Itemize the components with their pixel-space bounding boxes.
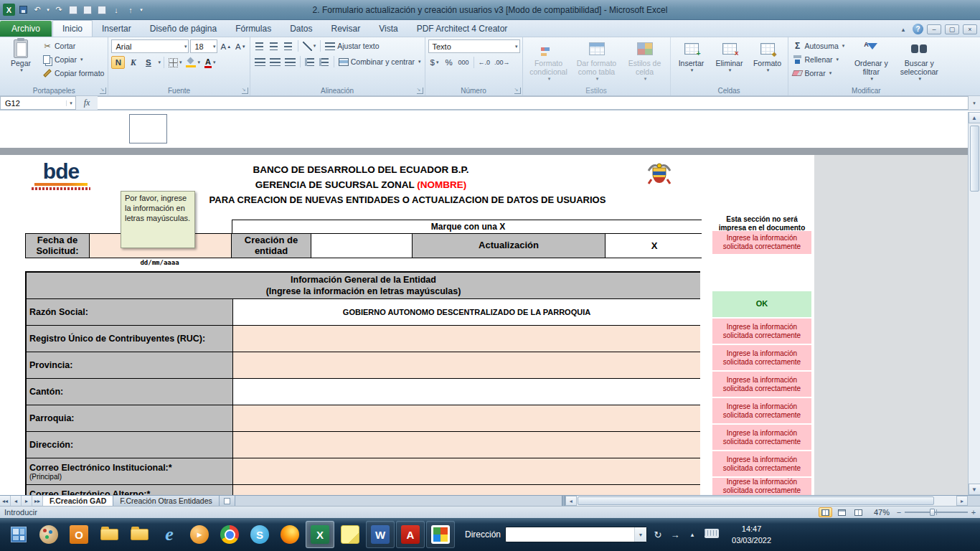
correo-alterno-input[interactable] bbox=[233, 485, 700, 495]
increase-indent-button[interactable] bbox=[318, 55, 331, 68]
view-page-break-button[interactable] bbox=[852, 507, 865, 517]
qat-customize-icon[interactable]: ▾ bbox=[138, 4, 144, 17]
wrap-text-button[interactable]: Ajustar texto bbox=[324, 39, 380, 52]
help-icon[interactable]: ? bbox=[913, 24, 923, 34]
currency-format-button[interactable]: $▾ bbox=[428, 56, 441, 69]
view-normal-button[interactable] bbox=[819, 507, 832, 517]
find-select-button[interactable]: Buscar y seleccionar ▾ bbox=[896, 39, 942, 85]
previous-sheet-button[interactable]: ◂ bbox=[11, 496, 22, 506]
autosum-button[interactable]: ΣAutosuma▾ bbox=[791, 39, 847, 52]
tab-diseno-de-pagina[interactable]: Diseño de página bbox=[141, 21, 226, 37]
actualizacion-input[interactable]: X bbox=[606, 234, 702, 258]
align-middle-button[interactable] bbox=[268, 39, 281, 52]
correo-institucional-input[interactable] bbox=[233, 458, 700, 484]
horizontal-scroll-thumb[interactable] bbox=[578, 496, 934, 505]
decrease-font-size-button[interactable]: A▼ bbox=[234, 40, 248, 53]
dialog-launcher-icon[interactable]: ↘ bbox=[100, 88, 106, 94]
internet-explorer-icon[interactable] bbox=[155, 521, 184, 548]
canton-input[interactable] bbox=[233, 379, 700, 405]
new-file-icon[interactable] bbox=[67, 4, 80, 17]
fill-button[interactable]: Rellenar▾ bbox=[791, 53, 847, 66]
cut-button[interactable]: ✂Cortar bbox=[41, 39, 105, 52]
tab-formulas[interactable]: Fórmulas bbox=[226, 21, 281, 37]
increase-font-size-button[interactable]: A▲ bbox=[219, 40, 232, 53]
insert-worksheet-button[interactable] bbox=[220, 496, 235, 506]
sheet-top-pane[interactable] bbox=[0, 110, 980, 148]
vertical-scroll-thumb[interactable] bbox=[970, 126, 979, 192]
zoom-in-icon[interactable]: + bbox=[970, 508, 977, 517]
increase-decimal-button[interactable]: ←.0 bbox=[477, 56, 492, 69]
tab-insertar[interactable]: Insertar bbox=[93, 21, 141, 37]
cell-styles-button[interactable]: Estilos de celda ▾ bbox=[622, 39, 668, 85]
last-sheet-button[interactable]: ▸▸ bbox=[32, 496, 43, 506]
show-hidden-icons-chevron[interactable]: ▴ bbox=[686, 531, 699, 538]
dialog-launcher-icon[interactable]: ↘ bbox=[514, 88, 521, 94]
percent-format-button[interactable]: % bbox=[443, 56, 456, 69]
sheet-tab-creacion-otras[interactable]: F.Creación Otras Entidades bbox=[113, 496, 219, 506]
media-player-icon[interactable] bbox=[185, 521, 214, 548]
format-as-table-button[interactable]: Dar formato como tabla ▾ bbox=[574, 39, 620, 85]
dialog-launcher-icon[interactable]: ↘ bbox=[242, 88, 248, 94]
acrobat-reader-icon[interactable] bbox=[396, 521, 425, 548]
worksheet-area[interactable]: bde BANCO DE DESARROLLO DEL ECUADOR B.P.… bbox=[0, 148, 980, 495]
insert-cells-button[interactable]: Insertar ▾ bbox=[674, 39, 710, 85]
outlook-icon[interactable] bbox=[65, 521, 93, 548]
save-icon[interactable] bbox=[17, 4, 29, 17]
align-top-button[interactable] bbox=[253, 39, 266, 52]
parroquia-input[interactable] bbox=[233, 405, 700, 431]
zoom-level[interactable]: 47% bbox=[868, 508, 890, 517]
chrome-icon[interactable] bbox=[215, 521, 244, 548]
align-center-button[interactable] bbox=[268, 55, 282, 68]
scroll-up-icon[interactable]: ▲ bbox=[969, 112, 980, 123]
name-box[interactable]: G12▾ bbox=[0, 96, 76, 110]
format-cells-button[interactable]: Formato ▾ bbox=[750, 39, 786, 85]
sort-ascending-icon[interactable]: ↓ bbox=[110, 4, 123, 17]
creacion-entidad-input[interactable] bbox=[311, 234, 412, 258]
comma-format-button[interactable]: 000 bbox=[457, 56, 471, 69]
refresh-icon[interactable]: ↻ bbox=[651, 529, 664, 540]
orientation-button[interactable]: ▾ bbox=[301, 39, 318, 52]
firefox-icon[interactable] bbox=[275, 521, 304, 548]
decrease-decimal-button[interactable]: .00→ bbox=[493, 56, 512, 69]
sort-descending-icon[interactable]: ↑ bbox=[124, 4, 137, 17]
minimize-ribbon-icon[interactable]: ▴ bbox=[897, 26, 909, 33]
scroll-down-icon[interactable]: ▼ bbox=[969, 484, 980, 495]
print-icon[interactable] bbox=[81, 4, 94, 17]
direccion-input[interactable] bbox=[233, 432, 700, 458]
first-sheet-button[interactable]: ◂◂ bbox=[0, 496, 11, 506]
address-dropdown-icon[interactable]: ▼ bbox=[634, 527, 646, 542]
vertical-scrollbar[interactable]: ▲ ▼ bbox=[968, 112, 980, 495]
font-color-button[interactable]: A▾ bbox=[203, 56, 217, 69]
name-box-caret-icon[interactable]: ▾ bbox=[66, 100, 75, 106]
tab-datos[interactable]: Datos bbox=[281, 21, 321, 37]
underline-button[interactable]: S bbox=[141, 56, 155, 69]
horizontal-scrollbar[interactable]: ◂ ▸ bbox=[565, 496, 968, 506]
skype-icon[interactable] bbox=[245, 521, 274, 548]
fill-color-button[interactable]: ▾ bbox=[184, 56, 202, 69]
copy-button[interactable]: Copiar▾ bbox=[41, 53, 105, 66]
window-close-button[interactable]: × bbox=[963, 24, 977, 34]
address-input[interactable]: ▼ bbox=[505, 527, 647, 542]
dialog-launcher-icon[interactable]: ↘ bbox=[417, 88, 423, 94]
app-grid-icon[interactable] bbox=[4, 521, 33, 548]
tab-archivo[interactable]: Archivo bbox=[0, 21, 52, 37]
decrease-indent-button[interactable] bbox=[303, 55, 316, 68]
conditional-formatting-button[interactable]: Formato condicional ▾ bbox=[526, 39, 572, 85]
keyboard-icon[interactable] bbox=[703, 529, 720, 540]
go-arrow-icon[interactable]: → bbox=[669, 529, 682, 540]
bold-button[interactable]: N bbox=[111, 56, 125, 69]
borders-button[interactable]: ▾ bbox=[167, 56, 184, 69]
paint-icon[interactable] bbox=[34, 521, 63, 548]
expand-formula-bar-icon[interactable]: ▾ bbox=[969, 96, 980, 110]
font-size-select[interactable]: 18▾ bbox=[190, 39, 217, 53]
selected-cell-outline[interactable] bbox=[129, 114, 167, 143]
folder-icon-2[interactable] bbox=[125, 521, 154, 548]
window-restore-button[interactable]: ▢ bbox=[945, 24, 959, 34]
font-name-select[interactable]: Arial▾ bbox=[111, 39, 189, 53]
tab-inicio[interactable]: Inicio bbox=[52, 20, 93, 37]
sort-filter-button[interactable]: Ordenar y filtrar ▾ bbox=[848, 39, 894, 85]
next-sheet-button[interactable]: ▸ bbox=[22, 496, 32, 506]
tab-revisar[interactable]: Revisar bbox=[322, 21, 370, 37]
tab-pdf-architect[interactable]: PDF Architect 4 Creator bbox=[407, 21, 517, 37]
zoom-slider[interactable]: − + bbox=[895, 508, 977, 517]
